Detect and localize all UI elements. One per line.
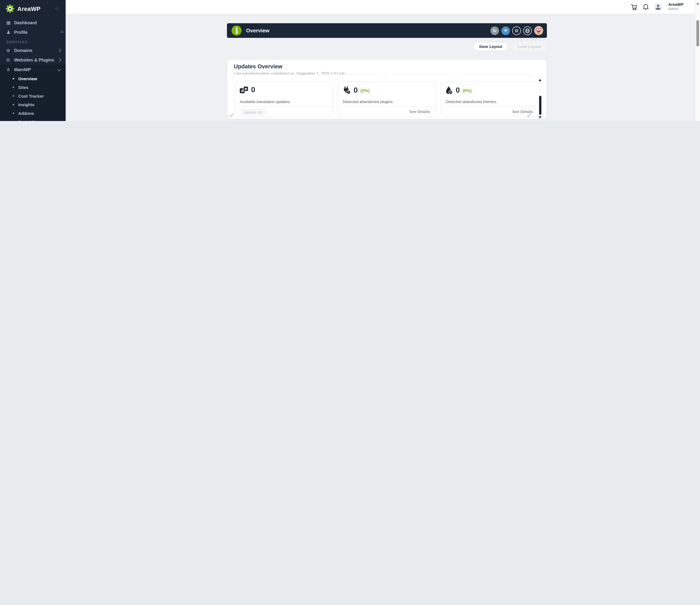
sidebar-collapse-icon[interactable] bbox=[56, 6, 60, 11]
sidebar-item-label: Addons bbox=[18, 111, 34, 116]
user-icon: ♟ bbox=[6, 30, 14, 35]
abandoned-themes-card: 0 (0%) Detected abandoned themes. See De… bbox=[441, 82, 539, 117]
see-details-link[interactable]: See Details bbox=[409, 110, 430, 114]
abandoned-themes-percent: (0%) bbox=[462, 88, 472, 93]
card-description: Detected abandoned plugins. bbox=[343, 99, 394, 104]
chevron-down-icon bbox=[57, 67, 60, 71]
sidebar-section-services: SERVICES bbox=[0, 37, 66, 46]
plug-clock-icon bbox=[343, 86, 351, 94]
sidebar-item-mainwp[interactable]: ⋔ MainWP bbox=[0, 65, 66, 74]
sidebar-item-label: Websites & Plugins bbox=[14, 57, 54, 63]
sidebar-item-sites[interactable]: Sites bbox=[0, 83, 66, 92]
card-description: Detected abandoned themes. bbox=[446, 99, 497, 104]
user-avatar[interactable] bbox=[534, 26, 543, 35]
sidebar-item-overview[interactable]: Overview bbox=[0, 74, 66, 83]
widget-title: Updates Overview bbox=[227, 60, 546, 70]
widget-scroll-down-icon[interactable] bbox=[539, 116, 542, 119]
sidebar-item-dashboard[interactable]: ▦ Dashboard bbox=[0, 18, 66, 27]
page-header: Overview bbox=[227, 23, 547, 38]
see-details-link[interactable]: See Details bbox=[512, 110, 533, 114]
sidebar: AreaWP ▦ Dashboard ♟ Profile SERVICES ⊕ … bbox=[0, 0, 66, 121]
account-name: AreaWP bbox=[668, 3, 684, 7]
cart-icon[interactable] bbox=[631, 3, 638, 10]
account-info[interactable]: AreaWP Admin bbox=[668, 3, 684, 11]
dashboard-icon: ▦ bbox=[6, 20, 14, 25]
logo-text: AreaWP bbox=[17, 5, 41, 12]
svg-text:✱: ✱ bbox=[245, 87, 247, 91]
scrollbar-thumb[interactable] bbox=[696, 20, 699, 47]
sync-button[interactable] bbox=[491, 26, 499, 35]
scroll-up-icon[interactable] bbox=[696, 2, 699, 4]
bell-icon[interactable] bbox=[643, 3, 649, 10]
sidebar-item-label: MainWP bbox=[14, 67, 31, 72]
clipped-card bbox=[231, 74, 304, 79]
sidebar-item-domains[interactable]: ⊕ Domains bbox=[0, 46, 66, 55]
drop-clock-icon bbox=[446, 86, 453, 94]
load-layout-button[interactable]: Load Layout bbox=[512, 42, 547, 51]
sidebar-item-label: Cost Tracker bbox=[18, 94, 44, 98]
bullet-icon bbox=[13, 78, 14, 79]
areawp-gear-logo-icon bbox=[5, 4, 15, 13]
account-role: Admin bbox=[668, 7, 684, 11]
layers-icon: ⧉ bbox=[6, 57, 14, 63]
settings-button[interactable] bbox=[512, 26, 521, 35]
translation-updates-card: A ✱ 0 Available translation updates. Upd… bbox=[235, 82, 333, 117]
sites-globe-button[interactable] bbox=[523, 26, 532, 35]
resize-handle[interactable] bbox=[230, 114, 233, 117]
translation-icon: A ✱ bbox=[240, 86, 248, 93]
sidebar-item-insights[interactable]: Insights bbox=[0, 100, 66, 109]
sidebar-item-rest-api[interactable]: Rest API bbox=[0, 118, 66, 121]
abandoned-plugins-percent: (0%) bbox=[360, 88, 370, 93]
clipped-card bbox=[307, 74, 380, 79]
chevron-right-icon bbox=[57, 58, 60, 62]
sidebar-item-profile[interactable]: ♟ Profile bbox=[0, 27, 66, 37]
bullet-icon bbox=[13, 87, 14, 88]
sidebar-group-mainwp: ⋔ MainWP Overview Sites Cost Tracker bbox=[0, 65, 66, 121]
widget-scrollbar-thumb[interactable] bbox=[539, 96, 541, 115]
bullet-icon bbox=[13, 113, 14, 114]
sidebar-nav: ▦ Dashboard ♟ Profile SERVICES ⊕ Domains… bbox=[0, 18, 66, 121]
chevron-right-icon bbox=[57, 49, 60, 52]
update-all-button[interactable]: Update All bbox=[240, 108, 266, 116]
card-description: Available translation updates. bbox=[240, 99, 291, 104]
bullet-icon bbox=[13, 95, 14, 97]
sidebar-item-label: Profile bbox=[14, 30, 28, 35]
clipped-card bbox=[384, 74, 456, 79]
translation-updates-count: 0 bbox=[251, 86, 255, 93]
sidebar-scroll-up-icon[interactable] bbox=[60, 30, 64, 33]
sidebar-item-cost-tracker[interactable]: Cost Tracker bbox=[0, 92, 66, 100]
clipped-card bbox=[460, 74, 532, 79]
svg-text:A: A bbox=[241, 89, 244, 93]
sidebar-item-label: Rest API bbox=[18, 120, 35, 121]
abandoned-plugins-card: 0 (0%) Detected abandoned plugins. See D… bbox=[338, 82, 436, 117]
sidebar-item-label: Dashboard bbox=[14, 20, 37, 25]
resize-handle[interactable] bbox=[527, 114, 531, 117]
sidebar-item-label: Domains bbox=[14, 48, 32, 53]
updates-overview-widget: Updates Overview Last synchronization co… bbox=[227, 59, 547, 119]
app-window: AreaWP ▦ Dashboard ♟ Profile SERVICES ⊕ … bbox=[0, 0, 700, 121]
sitemap-icon: ⋔ bbox=[6, 67, 14, 72]
sidebar-item-label: Insights bbox=[18, 102, 34, 107]
bullet-icon bbox=[13, 104, 14, 105]
globe-icon bbox=[525, 28, 530, 33]
sidebar-item-websites-plugins[interactable]: ⧉ Websites & Plugins bbox=[0, 55, 66, 65]
sidebar-item-label: Overview bbox=[18, 76, 37, 81]
add-widget-button[interactable] bbox=[501, 26, 510, 35]
widget-scroll-up-icon[interactable] bbox=[539, 79, 542, 81]
save-layout-button[interactable]: Save Layout bbox=[473, 42, 508, 51]
topbar: AreaWP Admin bbox=[66, 0, 700, 14]
page-title: Overview bbox=[246, 28, 270, 33]
avatar[interactable] bbox=[654, 3, 662, 11]
abandoned-plugins-count: 0 bbox=[354, 87, 358, 94]
abandoned-themes-count: 0 bbox=[456, 87, 460, 94]
globe-icon: ⊕ bbox=[6, 48, 14, 53]
mainwp-tie-icon bbox=[231, 25, 242, 35]
page-scrollbar[interactable] bbox=[695, 0, 700, 121]
sidebar-item-label: Sites bbox=[18, 85, 28, 90]
sidebar-logo[interactable]: AreaWP bbox=[0, 0, 66, 16]
sidebar-item-addons[interactable]: Addons bbox=[0, 109, 66, 118]
